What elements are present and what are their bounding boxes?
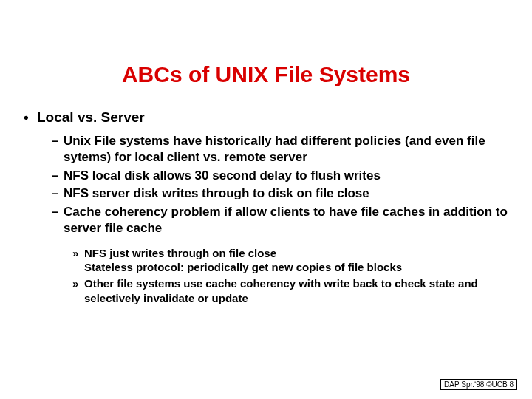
dash-icon: – <box>52 168 64 184</box>
bullet-level-3-text: NFS just writes through on file close <box>84 247 276 259</box>
bullet-level-1-text: Local vs. Server <box>37 109 145 125</box>
bullet-level-2-text: Cache coherency problem if allow clients… <box>64 205 508 235</box>
raquo-icon: » <box>72 246 84 261</box>
slide: ABCs of UNIX File Systems •Local vs. Ser… <box>0 0 532 399</box>
bullet-level-2-text: NFS local disk allows 30 second delay to… <box>64 168 381 183</box>
raquo-icon: » <box>72 276 84 291</box>
bullet-level-3: »Other file systems use cache coherency … <box>72 276 511 306</box>
bullet-dot-icon: • <box>24 109 37 126</box>
bullet-level-3-text: Stateless protocol: periodically get new… <box>84 261 402 273</box>
bullet-level-2-text: NFS server disk writes through to disk o… <box>64 186 369 200</box>
dash-icon: – <box>52 204 64 220</box>
bullet-level-3-text: Other file systems use cache coherency w… <box>84 277 478 304</box>
bullet-level-2-text: Unix File systems have historically had … <box>64 134 485 164</box>
dash-icon: – <box>52 185 64 202</box>
bullet-level-2-group: –Unix File systems have historically had… <box>52 133 511 237</box>
bullet-level-2: –NFS server disk writes through to disk … <box>52 185 511 202</box>
slide-footer: DAP Spr.‘98 ©UCB 8 <box>440 379 517 390</box>
bullet-level-3: »NFS just writes through on file close S… <box>72 246 511 276</box>
bullet-level-3-group: »NFS just writes through on file close S… <box>72 246 511 306</box>
dash-icon: – <box>52 133 64 149</box>
bullet-level-1: •Local vs. Server <box>24 109 511 126</box>
bullet-level-2: –Cache coherency problem if allow client… <box>52 204 511 237</box>
bullet-level-2: –NFS local disk allows 30 second delay t… <box>52 168 511 184</box>
slide-title: ABCs of UNIX File Systems <box>21 62 511 87</box>
bullet-level-2: –Unix File systems have historically had… <box>52 133 511 166</box>
